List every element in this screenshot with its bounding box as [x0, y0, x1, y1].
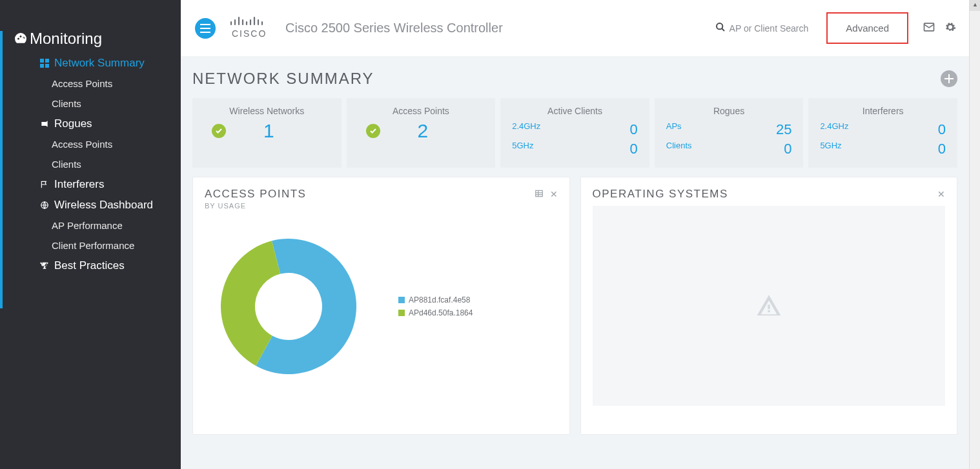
stat-value: 2 [418, 120, 429, 142]
stat-active-clients[interactable]: Active Clients 2.4GHz0 5GHz0 [500, 98, 649, 168]
sidebar-item-rogues[interactable]: Rogues [12, 114, 181, 134]
stat-title: Access Points [358, 106, 484, 116]
grid-icon [37, 59, 52, 68]
main: CISCO Cisco 2500 Series Wireless Control… [181, 0, 969, 469]
widget-access-points: ACCESS POINTS ✕ BY USAGE AP881d.fcaf.4e5… [192, 177, 570, 435]
svg-rect-1 [45, 59, 49, 63]
svg-rect-0 [40, 59, 44, 63]
svg-text:CISCO: CISCO [232, 28, 267, 39]
stat-row: Wireless Networks 1 Access Points 2 Acti… [192, 98, 957, 168]
svg-rect-3 [45, 64, 49, 68]
stat-wireless-networks[interactable]: Wireless Networks 1 [192, 98, 342, 168]
row-value: 0 [630, 121, 638, 138]
stat-title: Wireless Networks [204, 106, 330, 116]
search-box[interactable]: AP or Client Search [715, 22, 809, 35]
sidebar-item-wireless-dashboard[interactable]: Wireless Dashboard [12, 195, 181, 215]
trophy-icon [37, 261, 52, 270]
gear-icon[interactable] [944, 21, 956, 35]
gauge-icon [12, 31, 30, 46]
stat-access-points[interactable]: Access Points 2 [347, 98, 496, 168]
svg-rect-23 [535, 190, 542, 196]
svg-line-19 [722, 28, 724, 31]
sidebar-leaf-rogues-ap[interactable]: Access Points [12, 134, 181, 154]
row-label: APs [666, 121, 682, 138]
row-value: 0 [938, 141, 946, 157]
sidebar-item-label: Best Practices [54, 259, 125, 272]
sidebar-section-monitoring[interactable]: Monitoring [12, 25, 181, 53]
bullhorn-icon [37, 119, 52, 128]
svg-rect-5 [200, 24, 210, 25]
row-label: Clients [666, 141, 692, 157]
legend-item[interactable]: APd46d.50fa.1864 [398, 306, 473, 319]
sidebar-item-best-practices[interactable]: Best Practices [12, 255, 181, 276]
check-icon [212, 124, 226, 138]
row-value: 0 [938, 121, 946, 138]
sidebar-accent [0, 31, 3, 308]
donut-chart [205, 223, 373, 390]
widget-subtitle: BY USAGE [193, 202, 569, 216]
hamburger-icon [200, 24, 210, 33]
svg-rect-2 [40, 64, 44, 68]
legend-label: APd46d.50fa.1864 [409, 306, 473, 319]
sidebar: Monitoring Network Summary Access Points… [0, 0, 181, 469]
svg-rect-7 [200, 32, 210, 33]
cisco-logo: CISCO [229, 14, 275, 43]
svg-rect-6 [200, 28, 210, 29]
warning-icon [756, 293, 782, 319]
sidebar-item-label: Interferers [54, 178, 104, 191]
stat-interferers[interactable]: Interferers 2.4GHz0 5GHz0 [808, 98, 957, 168]
svg-rect-22 [944, 78, 954, 79]
widget-title: OPERATING SYSTEMS [593, 188, 728, 201]
page-title: NETWORK SUMMARY [192, 70, 374, 88]
advanced-button[interactable]: Advanced [826, 12, 908, 44]
sidebar-item-label: Rogues [54, 117, 92, 130]
stat-title: Rogues [666, 106, 792, 116]
row-value: 25 [776, 121, 791, 138]
plus-icon [944, 74, 954, 83]
sidebar-leaf-clients[interactable]: Clients [12, 94, 181, 114]
row-label: 2.4GHz [820, 121, 848, 138]
widget-title: ACCESS POINTS [205, 188, 306, 201]
legend-item[interactable]: AP881d.fcaf.4e58 [398, 294, 473, 306]
stat-title: Active Clients [512, 106, 638, 116]
row-label: 5GHz [820, 141, 841, 157]
legend-swatch [398, 297, 405, 303]
legend-swatch [398, 310, 405, 316]
sidebar-item-label: Wireless Dashboard [54, 199, 153, 212]
close-icon[interactable]: ✕ [550, 189, 558, 200]
mail-icon[interactable] [923, 21, 935, 36]
sidebar-leaf-rogues-clients[interactable]: Clients [12, 154, 181, 174]
chart-legend: AP881d.fcaf.4e58APd46d.50fa.1864 [398, 294, 473, 320]
stat-rogues[interactable]: Rogues APs25 Clients0 [655, 98, 804, 168]
empty-placeholder [593, 206, 946, 406]
sidebar-leaf-access-points[interactable]: Access Points [12, 74, 181, 94]
sidebar-item-interferers[interactable]: Interferers [12, 174, 181, 195]
row-label: 5GHz [512, 141, 533, 157]
scrollbar[interactable] [969, 0, 980, 469]
row-value: 0 [784, 141, 791, 157]
svg-point-18 [717, 23, 722, 29]
sidebar-leaf-ap-perf[interactable]: AP Performance [12, 215, 181, 235]
content: NETWORK SUMMARY Wireless Networks 1 Acce… [181, 57, 969, 469]
topbar: CISCO Cisco 2500 Series Wireless Control… [181, 0, 969, 57]
stat-title: Interferers [820, 106, 946, 116]
row-value: 0 [630, 141, 638, 157]
product-title: Cisco 2500 Series Wireless Controller [285, 21, 715, 35]
menu-toggle-button[interactable] [195, 18, 216, 39]
sidebar-item-network-summary[interactable]: Network Summary [12, 53, 181, 74]
globe-icon [37, 201, 52, 210]
add-widget-button[interactable] [941, 70, 957, 87]
row-label: 2.4GHz [512, 121, 540, 138]
flag-icon [37, 180, 52, 189]
table-view-icon[interactable] [535, 189, 544, 200]
search-placeholder: AP or Client Search [730, 23, 809, 34]
search-icon [715, 22, 726, 35]
sidebar-title: Monitoring [30, 30, 102, 48]
widget-operating-systems: OPERATING SYSTEMS ✕ [580, 177, 958, 435]
close-icon[interactable]: ✕ [937, 189, 945, 199]
check-icon [366, 124, 380, 138]
sidebar-item-label: Network Summary [54, 57, 145, 70]
stat-value: 1 [263, 120, 274, 142]
legend-label: AP881d.fcaf.4e58 [409, 294, 470, 306]
sidebar-leaf-client-perf[interactable]: Client Performance [12, 235, 181, 255]
